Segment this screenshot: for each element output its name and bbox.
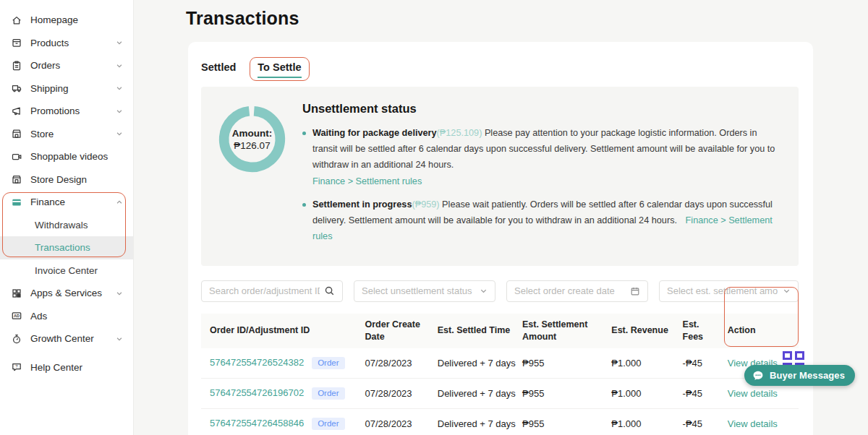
tab-bar: Settled To Settle — [201, 53, 799, 84]
sidebar-item-orders[interactable]: Orders — [0, 54, 133, 77]
order-id-link[interactable]: 576472554726196702 — [210, 387, 304, 398]
bullet-bold-text: Waiting for package delivery — [312, 128, 437, 138]
order-create-date-select[interactable]: Select order create date — [506, 280, 648, 302]
sidebar-item-label: Apps & Services — [30, 288, 102, 298]
bullet-amount: (₱959) — [412, 199, 439, 210]
chevron-down-icon — [116, 85, 123, 92]
est-fees: -₱45 — [677, 348, 722, 379]
donut-amount-label: Amount: — [232, 128, 272, 139]
page-title: Transactions — [186, 8, 299, 29]
order-type-badge: Order — [312, 387, 344, 400]
settlement-rules-link[interactable]: Finance > Settlement rules — [312, 174, 783, 190]
sidebar-item-label: Finance — [30, 197, 65, 207]
unsettlement-status-panel: Amount: ₱126.07 Unsettlement status Wait… — [201, 87, 799, 266]
svg-text:?: ? — [15, 365, 18, 369]
orders-icon — [11, 60, 22, 72]
transactions-card: Settled To Settle Amount: ₱126.07 Unsett… — [188, 42, 813, 435]
search-order-filter[interactable] — [201, 280, 343, 302]
sidebar-item-label: Transactions — [35, 242, 90, 253]
select-placeholder: Select unsettlement status — [362, 285, 475, 296]
sidebar-item-apps-services[interactable]: Apps & Services — [0, 282, 133, 305]
chevron-down-icon — [116, 290, 123, 297]
chevron-down-icon — [116, 335, 123, 343]
est-settlement-amount: ₱955 — [516, 408, 605, 435]
chevron-down-icon — [116, 108, 123, 115]
sidebar-item-label: Withdrawals — [35, 220, 88, 231]
search-input[interactable] — [209, 285, 320, 296]
growth-center-icon — [11, 333, 22, 345]
tab-to-settle-label: To Settle — [258, 61, 301, 78]
select-placeholder: Select est. settlement amo... — [667, 285, 778, 296]
chevron-down-icon — [480, 287, 488, 295]
transactions-table: Order ID/Adjustment ID Order Create Date… — [201, 314, 799, 435]
svg-text:AD: AD — [14, 314, 20, 319]
status-title: Unsettlement status — [302, 102, 783, 116]
donut-amount-value: ₱126.07 — [234, 140, 270, 151]
apps-grid-icon — [11, 288, 22, 299]
filter-bar: Select unsettlement status Select order … — [201, 280, 799, 302]
calendar-icon — [630, 286, 640, 296]
sidebar-item-store[interactable]: Store — [0, 123, 133, 146]
col-action: Action — [722, 314, 799, 348]
bullet-bold-text: Settlement in progress — [312, 199, 412, 210]
sidebar-item-ads[interactable]: AD Ads — [0, 305, 133, 328]
status-body: Unsettlement status Waiting for package … — [302, 100, 783, 253]
amount-donut-chart: Amount: ₱126.07 — [216, 103, 289, 176]
buyer-messages-button[interactable]: Buyer Messages — [744, 365, 855, 386]
chevron-down-icon — [116, 62, 123, 69]
finance-icon — [11, 197, 22, 208]
view-details-link[interactable]: View details — [728, 418, 778, 429]
chevron-down-icon — [116, 130, 123, 137]
sidebar-item-label: Growth Center — [30, 333, 94, 344]
chevron-down-icon — [783, 287, 791, 295]
sidebar-item-shoppable-videos[interactable]: Shoppable videos — [0, 145, 133, 168]
unsettlement-status-select[interactable]: Select unsettlement status — [354, 280, 495, 302]
sidebar-item-label: Ads — [30, 311, 47, 322]
chat-bubble-icon — [752, 369, 765, 382]
help-center-icon: ? — [11, 361, 22, 373]
sidebar-item-label: Homepage — [30, 14, 78, 25]
tab-to-settle[interactable]: To Settle — [250, 57, 309, 81]
promotions-icon — [11, 105, 22, 117]
buyer-messages-label: Buyer Messages — [770, 370, 845, 381]
sidebar-item-shipping[interactable]: Shipping — [0, 77, 133, 100]
sidebar-item-label: Orders — [30, 60, 60, 71]
sidebar: Homepage Products Orders Shipping Promot… — [0, 0, 134, 435]
col-est-fees: Est. Fees — [677, 314, 722, 348]
sidebar-item-invoice-center[interactable]: Invoice Center — [0, 259, 133, 283]
table-row: 576472554726458846Order 07/28/2023 Deliv… — [201, 408, 799, 435]
sidebar-item-label: Shoppable videos — [30, 151, 108, 162]
col-est-settled-time: Est. Settled Time — [432, 314, 516, 348]
order-create-date: 07/28/2023 — [359, 408, 432, 435]
sidebar-item-finance[interactable]: Finance — [0, 191, 133, 214]
sidebar-item-transactions[interactable]: Transactions — [0, 236, 133, 259]
col-est-revenue: Est. Revenue — [605, 314, 676, 348]
col-est-settlement-amount: Est. Settlement Amount — [516, 314, 605, 348]
products-icon — [11, 37, 22, 48]
home-icon — [11, 14, 22, 26]
search-icon — [324, 285, 335, 296]
est-settlement-amount-select[interactable]: Select est. settlement amo... — [659, 280, 799, 302]
chevron-down-icon — [116, 39, 123, 46]
col-order-id: Order ID/Adjustment ID — [201, 314, 359, 348]
est-fees: -₱45 — [677, 378, 722, 408]
est-settled-time: Delivered + 7 days — [432, 378, 516, 408]
tab-settled[interactable]: Settled — [201, 58, 243, 80]
view-details-link[interactable]: View details — [728, 388, 778, 399]
sidebar-item-growth-center[interactable]: Growth Center — [0, 327, 133, 350]
sidebar-item-homepage[interactable]: Homepage — [0, 9, 133, 32]
chevron-up-icon — [116, 199, 123, 206]
sidebar-item-store-design[interactable]: Store Design — [0, 168, 133, 191]
store-design-icon — [11, 173, 22, 185]
est-revenue: ₱1.000 — [605, 408, 676, 435]
order-id-link[interactable]: 576472554726458846 — [210, 418, 304, 428]
est-settled-time: Delivered + 7 days — [432, 348, 516, 379]
sidebar-item-withdrawals[interactable]: Withdrawals — [0, 214, 133, 237]
sidebar-item-promotions[interactable]: Promotions — [0, 100, 133, 123]
sidebar-item-products[interactable]: Products — [0, 32, 133, 55]
status-bullet-in-progress: Settlement in progress(₱959) Please wait… — [302, 197, 783, 245]
sidebar-item-help-center[interactable]: ? Help Center — [0, 356, 133, 379]
select-placeholder: Select order create date — [514, 285, 626, 296]
order-id-link[interactable]: 576472554726524382 — [210, 357, 304, 368]
sidebar-item-label: Store Design — [30, 174, 87, 185]
